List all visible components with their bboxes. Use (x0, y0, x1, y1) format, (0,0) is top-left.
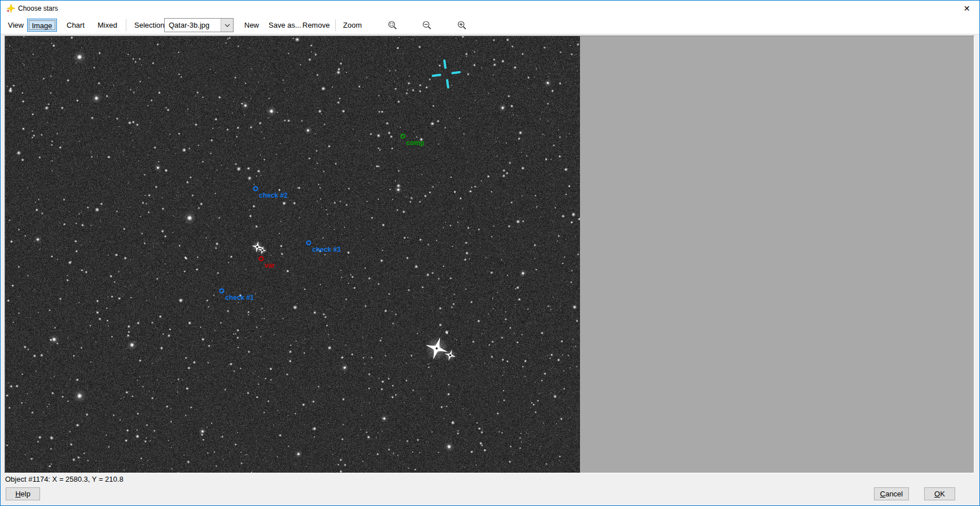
toolbar-separator (126, 19, 126, 31)
titlebar: Choose stars ✕ (1, 1, 979, 16)
close-icon[interactable]: ✕ (954, 1, 979, 16)
star-marker-check-2[interactable] (253, 186, 258, 191)
tab-chart[interactable]: Chart (67, 19, 85, 32)
crosshair-arm (432, 73, 441, 77)
star-marker-label: comp (406, 139, 424, 147)
selection-combobox[interactable]: Qatar-3b.jpg (164, 18, 234, 32)
star-marker-var[interactable] (259, 256, 264, 261)
cancel-button[interactable]: Cancel (874, 487, 909, 500)
toolbar-separator (335, 19, 336, 31)
remove-button[interactable]: Remove (302, 19, 329, 32)
selection-label: Selection (134, 16, 164, 34)
crosshair-arm (443, 59, 446, 69)
crosshair-arm (451, 71, 461, 74)
view-label: View (8, 16, 24, 34)
app-star-icon (6, 4, 15, 13)
window-title: Choose stars (18, 1, 58, 16)
zoom-out-icon[interactable] (422, 20, 432, 30)
zoom-fit-icon[interactable] (388, 20, 398, 30)
toolbar: View Image Chart Mixed Selection Qatar-3… (1, 16, 979, 34)
star-marker-label: var (265, 261, 275, 269)
star-field-view[interactable]: compcheck #2check #3varcheck #1 (5, 36, 580, 473)
selection-combobox-value: Qatar-3b.jpg (169, 19, 209, 32)
save-as-button[interactable]: Save as... (269, 19, 301, 32)
new-button[interactable]: New (244, 19, 259, 32)
crosshair-arm (446, 79, 449, 89)
star-marker-comp[interactable] (401, 134, 406, 139)
star-marker-label: check #3 (312, 246, 341, 254)
tab-image[interactable]: Image (27, 19, 57, 32)
star-marker-check-3[interactable] (306, 241, 311, 246)
status-text: Object #1174: X = 2580.3, Y = 210.8 (5, 474, 124, 485)
marker-layer: compcheck #2check #3varcheck #1 (5, 36, 580, 473)
chevron-down-icon[interactable] (221, 19, 233, 32)
image-panel: compcheck #2check #3varcheck #1 (5, 36, 974, 473)
zoom-in-icon[interactable] (457, 20, 467, 30)
choose-stars-window: Choose stars ✕ View Image Chart Mixed Se… (0, 0, 980, 506)
star-marker-label: check #2 (259, 191, 288, 199)
help-button[interactable]: Help (6, 487, 40, 500)
ok-button[interactable]: OK (924, 487, 955, 500)
star-marker-label: check #1 (225, 294, 254, 302)
zoom-label: Zoom (343, 16, 362, 34)
tab-mixed[interactable]: Mixed (98, 19, 117, 32)
star-marker-check-1[interactable] (219, 289, 225, 294)
